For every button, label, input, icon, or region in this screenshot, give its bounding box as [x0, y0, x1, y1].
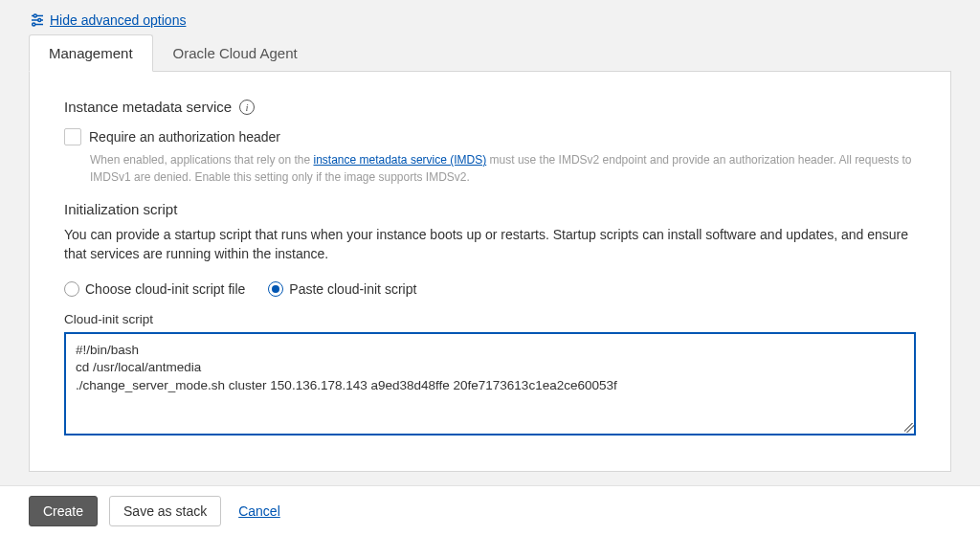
radio-paste-script-control	[268, 281, 283, 297]
radio-choose-file-control	[64, 281, 79, 297]
init-script-description: You can provide a startup script that ru…	[64, 225, 916, 264]
tabs: Management Oracle Cloud Agent	[29, 34, 951, 72]
svg-point-1	[33, 14, 36, 17]
hide-advanced-options-label: Hide advanced options	[50, 12, 186, 28]
require-auth-header-row: Require an authorization header	[64, 128, 916, 145]
info-icon[interactable]: i	[239, 100, 255, 115]
hide-advanced-options-link[interactable]: Hide advanced options	[29, 11, 186, 29]
radio-choose-file-label: Choose cloud-init script file	[85, 281, 245, 297]
require-auth-header-help: When enabled, applications that rely on …	[90, 151, 916, 186]
init-script-title: Initialization script	[64, 201, 916, 217]
tab-management[interactable]: Management	[29, 34, 153, 72]
tab-oracle-cloud-agent[interactable]: Oracle Cloud Agent	[153, 34, 318, 71]
require-auth-header-checkbox[interactable]	[64, 128, 81, 145]
tab-management-label: Management	[49, 45, 133, 61]
help-pre: When enabled, applications that rely on …	[90, 153, 313, 167]
footer: Create Save as stack Cancel	[0, 485, 980, 536]
svg-point-5	[33, 23, 35, 26]
save-as-stack-button[interactable]: Save as stack	[109, 496, 221, 526]
cancel-link[interactable]: Cancel	[233, 503, 280, 519]
cloud-init-script-textarea[interactable]	[64, 332, 916, 436]
metadata-title-text: Instance metadata service	[64, 99, 232, 115]
radio-paste-script[interactable]: Paste cloud-init script	[268, 281, 416, 297]
radio-paste-script-label: Paste cloud-init script	[289, 281, 416, 297]
management-panel: Instance metadata service i Require an a…	[29, 72, 951, 472]
imds-link[interactable]: instance metadata service (IMDS)	[313, 153, 486, 167]
sliders-icon	[29, 11, 46, 29]
tab-oracle-cloud-agent-label: Oracle Cloud Agent	[173, 45, 298, 61]
radio-choose-file[interactable]: Choose cloud-init script file	[64, 281, 245, 297]
require-auth-header-label: Require an authorization header	[89, 128, 280, 145]
metadata-section-title: Instance metadata service i	[64, 99, 255, 115]
cloud-init-script-label: Cloud-init script	[64, 312, 916, 326]
svg-point-3	[38, 19, 41, 22]
create-button[interactable]: Create	[29, 496, 98, 526]
script-source-radio-group: Choose cloud-init script file Paste clou…	[64, 281, 916, 297]
